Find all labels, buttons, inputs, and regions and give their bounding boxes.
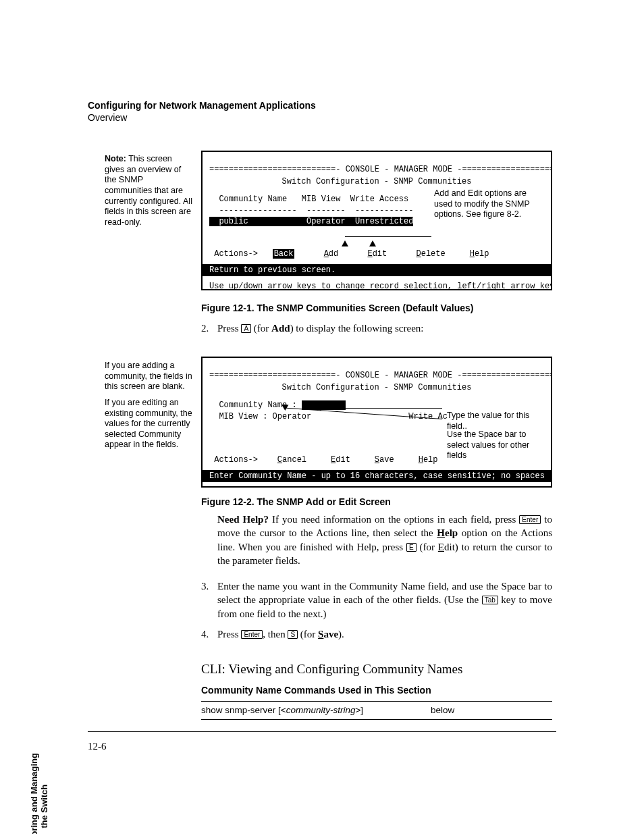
- key-tab: Tab: [482, 596, 498, 604]
- shot1-title: ==========================- CONSOLE - MA…: [209, 164, 544, 175]
- command-syntax: show snmp-server [<community-string>]: [201, 704, 431, 716]
- callout-spacebar: Use the Space bar to select values for o…: [447, 429, 548, 461]
- step-3: 3. Enter the name you want in the Commun…: [201, 579, 552, 621]
- thumb-tab-line2: the Switch: [40, 753, 50, 834]
- need-help-label: Need Help?: [217, 514, 269, 525]
- key-e: E: [406, 543, 417, 552]
- step-4: 4. Press Enter, then S (for Save).: [201, 627, 552, 641]
- cli-section-heading: CLI: Viewing and Configuring Community N…: [201, 660, 552, 678]
- command-row: show snmp-server [<community-string>] be…: [201, 701, 552, 720]
- header-subtitle: Overview: [88, 112, 127, 123]
- command-ref: below: [431, 704, 552, 716]
- running-header: Configuring for Network Management Appli…: [88, 100, 316, 124]
- page-number: 12-6: [88, 741, 107, 752]
- callout-type-value: Type the value for this field..: [447, 411, 548, 432]
- need-help-block: Need Help? If you need information on th…: [201, 513, 552, 567]
- shot2-status-2: Use arrow keys to change field selection…: [203, 486, 551, 488]
- pointer-edit-icon: [369, 240, 376, 246]
- page: Configuring for Network Management Appli…: [0, 0, 644, 834]
- margin-note-2: If you are adding a community, the field…: [105, 361, 192, 450]
- margin-note-2a: If you are adding a community, the field…: [105, 361, 192, 392]
- figure-12-2-caption: Figure 12-2. The SNMP Add or Edit Screen: [201, 496, 391, 507]
- shot1-subtitle: Switch Configuration - SNMP Communities: [209, 176, 544, 187]
- shot2-subtitle: Switch Configuration - SNMP Communities: [209, 382, 544, 393]
- callout-add-edit: Add and Edit options are used to modify …: [434, 188, 542, 220]
- step-2-text: Press A (for Add) to display the followi…: [217, 321, 552, 335]
- shot1-back-button: Back: [273, 249, 295, 259]
- footer-rule: [88, 731, 556, 732]
- callout2a-line: [317, 408, 442, 409]
- step-4-num: 4.: [201, 627, 217, 641]
- figure-12-1-caption: Figure 12-1. The SNMP Communities Screen…: [201, 303, 474, 313]
- pointer-add-icon: [342, 240, 348, 246]
- shot1-status-2: Use up/down arrow keys to change record …: [203, 280, 551, 290]
- thumb-tab-line1: Monitoring and Managing: [30, 753, 40, 834]
- shot1-status-inv: Return to previous screen.: [203, 264, 551, 276]
- shot2-title: ==========================- CONSOLE - MA…: [209, 370, 544, 381]
- key-a: A: [241, 324, 251, 333]
- callout1-line: [345, 236, 431, 237]
- margin-note-1: Note: This screen gives an overview of t…: [105, 154, 192, 228]
- key-s: S: [288, 630, 298, 639]
- margin-note-2b: If you are editing an existing community…: [105, 398, 192, 450]
- header-title: Configuring for Network Management Appli…: [88, 100, 316, 111]
- commands-subheading: Community Name Commands Used in This Sec…: [201, 684, 552, 697]
- note-label: Note:: [105, 154, 126, 163]
- step-2: 2. Press A (for Add) to display the foll…: [201, 321, 552, 335]
- key-enter-1: Enter: [519, 515, 541, 524]
- console-screenshot-1: ==========================- CONSOLE - MA…: [201, 151, 552, 290]
- shot2-status-inv: Enter Community Name - up to 16 characte…: [203, 470, 551, 482]
- step-2-num: 2.: [201, 321, 217, 335]
- note-text: This screen gives an overview of the SNM…: [105, 154, 192, 227]
- key-enter-2: Enter: [241, 630, 263, 639]
- step-3-num: 3.: [201, 579, 217, 621]
- thumb-tab: Monitoring and Managing the Switch: [30, 753, 50, 834]
- shot1-selected-row: public Operator Unrestricted: [209, 217, 413, 226]
